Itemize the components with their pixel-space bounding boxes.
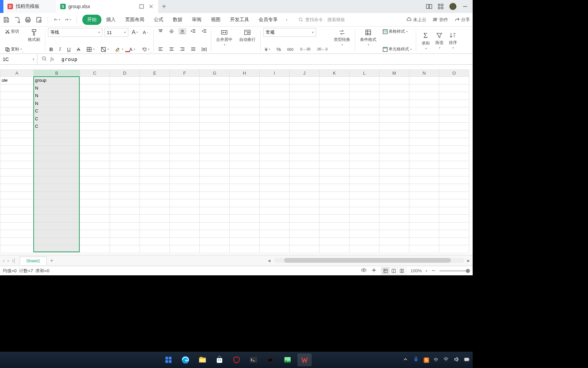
sogou-icon[interactable]: S — [424, 357, 429, 363]
font-size-select[interactable]: 11▾ — [104, 28, 128, 37]
search-input[interactable]: 查找命令、搜索模板 — [296, 15, 367, 24]
eye-icon[interactable] — [361, 267, 367, 274]
sheet-last-icon[interactable]: ›| — [11, 257, 16, 264]
cmd-icon[interactable]: C:\ — [263, 353, 278, 366]
underline-icon[interactable]: U — [66, 46, 72, 53]
undo-icon[interactable] — [53, 16, 60, 23]
save-as-icon[interactable] — [14, 16, 20, 23]
filter-button[interactable]: 筛选 — [432, 31, 446, 50]
start-button[interactable] — [161, 353, 176, 366]
tab-window-icon[interactable] — [138, 3, 145, 10]
wrap-text-button[interactable]: 自动换行 — [237, 28, 258, 43]
increase-decimal-icon[interactable]: .0→.00 — [298, 47, 312, 52]
apps-icon[interactable] — [437, 3, 444, 10]
clear-icon[interactable] — [140, 46, 151, 53]
wifi-icon[interactable] — [443, 356, 449, 364]
tab-layout[interactable]: 页面布局 — [120, 15, 149, 25]
clock[interactable]: 20 — [465, 357, 469, 362]
copy-button[interactable]: 复制 — [3, 46, 23, 53]
align-top-icon[interactable] — [157, 28, 165, 35]
tab-formula[interactable]: 公式 — [149, 15, 168, 25]
mic-icon[interactable] — [413, 356, 419, 364]
print-icon[interactable] — [24, 16, 31, 23]
align-right-icon[interactable] — [178, 46, 186, 53]
view-normal-icon[interactable] — [381, 267, 390, 274]
decrease-decimal-icon[interactable]: .00→.0 — [315, 47, 329, 52]
close-icon[interactable] — [148, 3, 154, 10]
merge-cells-button[interactable]: 合并居中 — [214, 28, 234, 47]
tab-review[interactable]: 审阅 — [187, 15, 206, 25]
scroll-right-icon[interactable]: ▸ — [466, 258, 471, 263]
view-break-icon[interactable] — [398, 267, 406, 274]
percent-icon[interactable]: % — [275, 46, 282, 53]
align-left-icon[interactable] — [157, 46, 165, 53]
italic-icon[interactable]: I — [58, 46, 62, 53]
align-center-icon[interactable] — [167, 46, 176, 53]
tab-devtools[interactable]: 开发工具 — [225, 15, 254, 25]
distribute-icon[interactable] — [200, 46, 208, 53]
redo-icon[interactable] — [64, 16, 71, 23]
image-app-icon[interactable] — [280, 353, 295, 366]
sum-button[interactable]: Σ求和 — [419, 30, 432, 51]
edge-icon[interactable] — [178, 353, 193, 366]
preview-icon[interactable] — [35, 16, 42, 23]
cloud-button[interactable]: 未上云 — [406, 17, 426, 23]
volume-icon[interactable] — [454, 356, 459, 364]
highlight-icon[interactable] — [114, 46, 125, 53]
strike-icon[interactable]: A — [76, 46, 82, 53]
zoom-out-button[interactable]: − — [431, 267, 435, 274]
bold-icon[interactable]: B — [48, 46, 54, 53]
scroll-left-icon[interactable]: ◂ — [266, 258, 272, 263]
collab-button[interactable]: 协作 — [432, 17, 448, 23]
tab-template[interactable]: D 找稻壳模板 — [3, 0, 56, 13]
cell-style-button[interactable]: 单元格样式 — [381, 46, 413, 53]
increase-indent-icon[interactable] — [200, 28, 208, 35]
mcafee-icon[interactable] — [229, 353, 244, 366]
justify-icon[interactable] — [189, 46, 197, 53]
cut-button[interactable]: 剪切 — [3, 28, 20, 35]
new-tab-button[interactable]: + — [158, 0, 170, 13]
comma-icon[interactable]: 000 — [286, 47, 295, 52]
number-format-select[interactable]: 常规▾ — [263, 28, 316, 37]
terminal-icon[interactable] — [246, 353, 261, 366]
tab-insert[interactable]: 插入 — [101, 15, 120, 25]
view-page-icon[interactable] — [390, 267, 398, 274]
save-icon[interactable] — [3, 16, 10, 23]
table-style-button[interactable]: 表格样式 — [381, 28, 409, 35]
align-middle-icon[interactable] — [167, 28, 176, 35]
explorer-icon[interactable] — [195, 353, 210, 366]
cell-fill-icon[interactable] — [99, 46, 110, 53]
format-painter-button[interactable]: 格式刷 — [26, 28, 42, 43]
formula-content[interactable]: group — [58, 57, 81, 62]
type-convert-button[interactable]: 类型转换 — [332, 28, 352, 47]
tab-view[interactable]: 视图 — [206, 15, 225, 25]
wps-icon[interactable] — [297, 353, 312, 366]
grow-font-icon[interactable]: A+ — [130, 28, 140, 36]
reading-mode-icon[interactable] — [426, 3, 432, 10]
font-color-icon[interactable]: A — [128, 46, 136, 53]
shrink-font-icon[interactable]: A− — [142, 29, 150, 36]
tab-file-active[interactable]: S group.xlsx — [56, 0, 158, 13]
tab-member[interactable]: 会员专享 — [254, 15, 282, 25]
spreadsheet-grid[interactable]: ABCDEFGHIJKLMNO olegroupNNNCCC — [0, 65, 473, 255]
ime-icon[interactable]: 中 — [434, 357, 438, 363]
focus-icon[interactable] — [371, 267, 377, 274]
conditional-format-button[interactable]: 条件格式 — [358, 28, 378, 47]
tab-more[interactable]: › — [282, 15, 291, 25]
collapse-icon[interactable] — [42, 56, 47, 63]
tab-home[interactable]: 开始 — [82, 15, 101, 25]
tab-data[interactable]: 数据 — [168, 15, 187, 25]
align-bottom-icon[interactable] — [178, 28, 186, 35]
name-box[interactable]: 1C▾ — [0, 54, 37, 65]
store-icon[interactable] — [212, 353, 227, 366]
sheet-next-icon[interactable]: › — [6, 257, 10, 264]
fx-icon[interactable]: fx — [50, 56, 54, 62]
minimize-icon[interactable] — [462, 3, 469, 10]
sort-button[interactable]: 排序 — [446, 31, 460, 50]
dialog-launcher-icon[interactable]: ⌐ — [22, 50, 24, 53]
sheet-tab[interactable]: Sheet1 — [20, 257, 47, 265]
font-name-select[interactable]: 等线▾ — [48, 28, 102, 37]
border-icon[interactable] — [85, 46, 96, 53]
horizontal-scrollbar[interactable] — [274, 258, 464, 263]
dialog-launcher-icon[interactable]: ⌐ — [150, 50, 151, 53]
